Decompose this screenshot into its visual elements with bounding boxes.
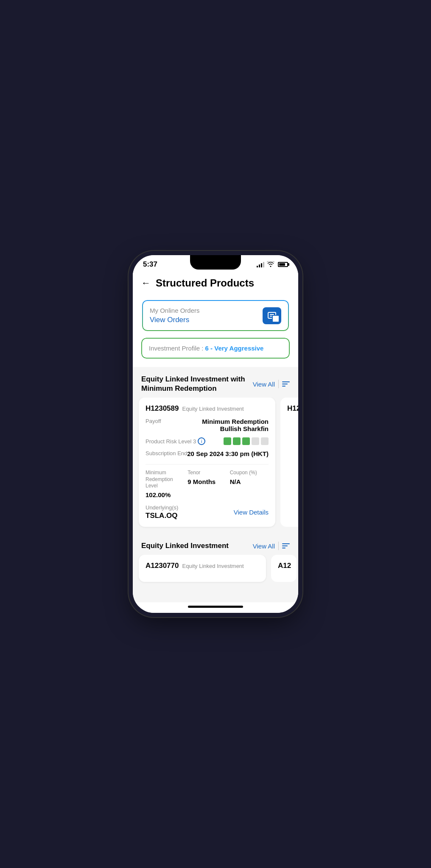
home-bar xyxy=(188,606,243,608)
info-icon[interactable]: i xyxy=(198,437,205,445)
product-card-2-partial: A12 xyxy=(271,555,297,582)
underlying-row: Underlying(s) TSLA.OQ View Details xyxy=(146,504,269,520)
order-card-text: My Online Orders View Orders xyxy=(150,307,200,324)
status-time: 5:37 xyxy=(143,260,157,269)
status-bar: 5:37 xyxy=(133,255,298,270)
product-card-1-partial: H12 xyxy=(280,398,298,527)
risk-dots xyxy=(224,437,269,445)
view-details-link[interactable]: View Details xyxy=(234,509,269,516)
phone-frame: 5:37 ← xyxy=(133,255,298,613)
product-type-2: Equity Linked Investment xyxy=(182,563,243,569)
payoff-value: Minimum Redemption Bullish Sharkfin xyxy=(184,418,269,432)
coupon-value: N/A xyxy=(230,478,269,485)
product-card-2-header: A1230770 Equity Linked Investment xyxy=(146,562,259,570)
section1-divider xyxy=(278,380,279,388)
tenor-value: 9 Months xyxy=(188,478,226,485)
notch xyxy=(190,255,241,270)
partial-product-id-2: A12 xyxy=(278,562,290,570)
wifi-icon xyxy=(267,261,274,268)
subscription-row: Subscription End 20 Sep 2024 3:30 pm (HK… xyxy=(146,450,269,457)
risk-label: Product Risk Level 3 xyxy=(146,438,196,445)
svg-rect-0 xyxy=(268,312,276,318)
page-header: ← Structured Products xyxy=(133,270,298,296)
subscription-label: Subscription End xyxy=(146,450,187,456)
section1-actions: View All xyxy=(253,380,290,388)
risk-row: Product Risk Level 3 i xyxy=(146,437,269,445)
product-card-1[interactable]: H1230589 Equity Linked Investment Payoff… xyxy=(139,398,275,527)
section2-divider xyxy=(278,542,279,550)
section2-actions: View All xyxy=(253,542,290,550)
product-card-2[interactable]: A1230770 Equity Linked Investment xyxy=(139,555,266,582)
section2-product-cards-row[interactable]: A1230770 Equity Linked Investment A12 xyxy=(133,555,298,589)
product-cards-row[interactable]: H1230589 Equity Linked Investment Payoff… xyxy=(133,398,298,534)
risk-dot-5 xyxy=(261,437,269,445)
investment-profile-text: Investment Profile : 6 - Very Aggressive xyxy=(149,345,282,352)
page-content[interactable]: ← Structured Products My Online Orders V… xyxy=(133,270,298,602)
min-redemption-value: 102.00% xyxy=(146,491,184,498)
back-button[interactable]: ← xyxy=(141,278,151,289)
investment-profile-card: Investment Profile : 6 - Very Aggressive xyxy=(141,338,290,359)
product-type-1: Equity Linked Investment xyxy=(182,406,243,412)
min-redemption-col: MinimumRedemptionLevel 102.00% xyxy=(146,470,184,498)
section1-view-all[interactable]: View All xyxy=(253,381,275,388)
underlying-value: TSLA.OQ xyxy=(146,512,178,520)
underlying-label: Underlying(s) xyxy=(146,504,178,511)
subscription-value: 20 Sep 2024 3:30 pm (HKT) xyxy=(187,450,269,457)
view-orders-link[interactable]: View Orders xyxy=(150,316,200,324)
tenor-label: Tenor xyxy=(188,470,226,476)
section2-filter-icon[interactable] xyxy=(282,543,290,548)
investment-profile-value: 6 - Very Aggressive xyxy=(205,345,264,352)
section1-title: Equity Linked Investment with Minimum Re… xyxy=(141,375,253,393)
svg-rect-2 xyxy=(270,316,273,317)
min-redemption-label: MinimumRedemptionLevel xyxy=(146,470,184,490)
page-title: Structured Products xyxy=(156,277,254,289)
coupon-label: Coupon (%) xyxy=(230,470,269,476)
svg-rect-1 xyxy=(270,314,274,315)
product-card-1-header: H1230589 Equity Linked Investment xyxy=(146,404,269,413)
home-indicator xyxy=(133,602,298,613)
product-id-2: A1230770 xyxy=(146,562,179,570)
partial-product-id: H12 xyxy=(287,404,298,413)
risk-dot-2 xyxy=(233,437,241,445)
orders-card[interactable]: My Online Orders View Orders xyxy=(141,299,290,332)
risk-dot-1 xyxy=(224,437,231,445)
section2-view-all[interactable]: View All xyxy=(253,542,275,550)
product-id-1: H1230589 xyxy=(146,404,179,413)
risk-dot-4 xyxy=(252,437,259,445)
section2-header: Equity Linked Investment View All xyxy=(133,537,298,555)
coupon-col: Coupon (%) N/A xyxy=(230,470,269,498)
investment-profile-label: Investment Profile : xyxy=(149,345,205,352)
second-section: Equity Linked Investment View All A12307… xyxy=(133,534,298,589)
payoff-row: Payoff Minimum Redemption Bullish Sharkf… xyxy=(146,418,269,432)
card-separator xyxy=(146,464,269,465)
tenor-col: Tenor 9 Months xyxy=(188,470,226,498)
battery-icon xyxy=(278,262,288,267)
section2-title: Equity Linked Investment xyxy=(141,541,253,551)
filter-icon[interactable] xyxy=(282,381,290,387)
status-icons xyxy=(257,261,288,268)
risk-dot-3 xyxy=(242,437,250,445)
payoff-label: Payoff xyxy=(146,418,161,424)
cards-section: My Online Orders View Orders Investment … xyxy=(133,296,298,367)
details-grid: MinimumRedemptionLevel 102.00% Tenor 9 M… xyxy=(146,470,269,498)
signal-bars-icon xyxy=(257,262,264,267)
orders-icon xyxy=(263,307,281,324)
section1-header: Equity Linked Investment with Minimum Re… xyxy=(133,367,298,398)
orders-card-label: My Online Orders xyxy=(150,307,200,314)
